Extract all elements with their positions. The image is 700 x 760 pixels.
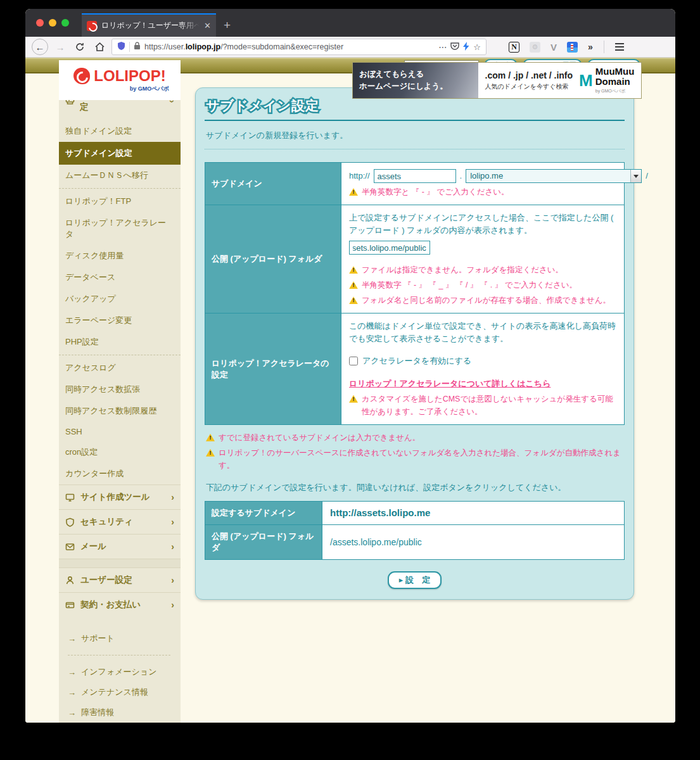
- page-actions-icon[interactable]: ⋯: [438, 42, 447, 52]
- subdomain-form-table: サブドメイン http:// . lolipo.me: [205, 162, 625, 425]
- warning-triangle-icon: [349, 296, 358, 304]
- accelerator-checkbox[interactable]: [349, 357, 358, 365]
- url-bar[interactable]: https://user.lolipop.jp/?mode=subdomain&…: [111, 39, 487, 55]
- navigation-toolbar: ← → https://user.lolipop.jp/?mode=subdom…: [25, 37, 675, 58]
- chevron-right-icon: ›: [171, 600, 174, 610]
- pocket-icon[interactable]: [450, 42, 459, 52]
- sidebar-item-error-page[interactable]: エラーページ変更: [59, 310, 181, 331]
- sidebar-section-billing[interactable]: 契約・お支払い ›: [59, 592, 181, 617]
- summary-subdomain-label: 設定するサブドメイン: [205, 502, 322, 524]
- folder-input[interactable]: [349, 241, 430, 255]
- v-extension-icon[interactable]: V: [550, 42, 557, 53]
- lolipop-logo[interactable]: LOLIPOP! by GMOペパボ: [59, 60, 181, 100]
- submit-button[interactable]: ▸ 設 定: [388, 571, 442, 589]
- sidebar-link-maintenance[interactable]: → メンテナンス情報: [68, 682, 174, 702]
- folder-warning-1: ファイルは指定できません。フォルダを指定ください。: [349, 263, 616, 276]
- sidebar-link-incidents[interactable]: → 障害情報: [68, 702, 174, 723]
- lock-icon: [134, 41, 141, 53]
- summary-subdomain-value: http://assets.lolipo.me: [322, 502, 624, 524]
- back-icon[interactable]: ←: [32, 39, 48, 55]
- minimize-window-button[interactable]: [49, 19, 56, 27]
- accelerator-row-label: ロリポップ！アクセラレータの設定: [205, 314, 341, 424]
- forward-icon[interactable]: →: [53, 39, 68, 54]
- sidebar-item-accelerator[interactable]: ロリポップ！アクセラレータ: [59, 212, 181, 245]
- extension-icons: N ⚙ V »: [509, 42, 593, 53]
- sidebar-item-own-domain[interactable]: 独自ドメイン設定: [59, 120, 181, 142]
- overflow-chevrons-icon[interactable]: »: [588, 42, 593, 52]
- chevron-right-icon: ›: [171, 517, 174, 527]
- dropdown-arrow-icon: [630, 170, 641, 182]
- muumuu-domain-banner[interactable]: おぼえてもらえる ホームページにしよう。 .com / .jp / .net /…: [352, 62, 642, 99]
- main-content: サブドメイン設定 サブドメインの新規登録を行います。 サブドメイン http:/…: [181, 73, 675, 723]
- lightning-icon[interactable]: [463, 42, 469, 53]
- sidebar-item-cron[interactable]: cron設定: [59, 441, 181, 463]
- sidebar-item-access-log[interactable]: アクセスログ: [59, 357, 181, 379]
- sidebar-link-information[interactable]: → インフォメーション: [68, 662, 174, 682]
- accelerator-details-link[interactable]: ロリポップ！アクセラレータについて詳しくはこちら: [349, 379, 550, 388]
- site-header: LOLIPOP! by GMOペパボ おぼえてもらえる ホームページにしよう。 …: [25, 58, 675, 59]
- menu-icon[interactable]: [613, 41, 627, 53]
- sidebar-link-support[interactable]: → サポート: [68, 628, 174, 649]
- close-window-button[interactable]: [36, 19, 44, 27]
- http-prefix: http://: [349, 170, 370, 182]
- warning-triangle-icon: [206, 434, 215, 441]
- sidebar-section-mail[interactable]: メール ›: [59, 534, 181, 559]
- sidebar-item-disk-usage[interactable]: ディスク使用量: [59, 245, 181, 267]
- sidebar-item-muumuu-dns[interactable]: ムームーＤＮＳへ移行: [59, 165, 181, 186]
- sidebar-item-counter[interactable]: カウンター作成: [59, 463, 181, 484]
- tracking-protection-shield-icon[interactable]: [117, 41, 125, 53]
- lighthouse-extension-icon[interactable]: [567, 42, 578, 53]
- sidebar-section-security[interactable]: セキュリティ ›: [59, 509, 181, 534]
- monitor-icon: [65, 493, 75, 502]
- sidebar-item-backup[interactable]: バックアップ: [59, 288, 181, 310]
- sidebar-section-user-settings[interactable]: ユーザー設定 ›: [59, 567, 181, 592]
- subdomain-input[interactable]: [374, 169, 456, 183]
- user-icon: [65, 576, 75, 585]
- folder-warning-3: フォルダ名と同じ名前のファイルが存在する場合、作成できません。: [349, 294, 616, 307]
- sidebar-item-database[interactable]: データベース: [59, 267, 181, 288]
- sidebar-item-concurrent-expand[interactable]: 同時アクセス数拡張: [59, 379, 181, 400]
- tab-close-icon[interactable]: ✕: [204, 21, 211, 30]
- arrow-right-icon: →: [68, 708, 76, 718]
- atom-extension-icon[interactable]: ⚙: [530, 42, 540, 53]
- chevron-right-icon: ›: [171, 492, 174, 502]
- new-tab-button[interactable]: +: [216, 9, 238, 37]
- note-2: ロリポップ！のサーバースペースに作成されていないフォルダ名を入力された場合、フォ…: [206, 446, 623, 472]
- sidebar-item-php[interactable]: PHP設定: [59, 331, 181, 353]
- sidebar-divider: [59, 188, 181, 189]
- link-label: サポート: [81, 633, 115, 644]
- sidebar-gap: [59, 559, 181, 567]
- accelerator-checkbox-label: アクセラレータを有効にする: [362, 355, 471, 367]
- zoom-window-button[interactable]: [61, 19, 69, 27]
- sidebar-section-site-tools[interactable]: サイト作成ツール ›: [59, 484, 181, 509]
- arrow-right-icon: →: [68, 634, 76, 643]
- browser-tab[interactable]: ロリポップ！ユーザー専用ページ ✕: [82, 13, 216, 37]
- muumuu-brand-2: Domain: [595, 77, 635, 87]
- accelerator-checkbox-row: アクセラレータを有効にする: [349, 355, 616, 367]
- arrow-right-icon: →: [68, 668, 76, 677]
- sidebar-divider: [68, 655, 170, 656]
- notion-extension-icon[interactable]: N: [509, 42, 519, 53]
- sidebar-item-ftp[interactable]: ロリポップ！FTP: [59, 191, 181, 212]
- dot-separator: .: [460, 170, 462, 182]
- home-icon[interactable]: [92, 39, 107, 54]
- tab-title: ロリポップ！ユーザー専用ページ: [101, 20, 200, 31]
- logo-text: LOLIPOP!: [94, 67, 165, 85]
- intro-text: サブドメインの新規登録を行います。: [205, 129, 625, 149]
- section-label: サイト作成ツール: [80, 491, 150, 503]
- summary-table: 設定するサブドメイン http://assets.lolipo.me 公開 (ア…: [205, 501, 625, 560]
- sidebar-item-ssh[interactable]: SSH: [59, 422, 181, 441]
- bookmark-star-icon[interactable]: ☆: [473, 42, 481, 52]
- toolbar-separator: [604, 41, 604, 53]
- muumuu-brand-1: MuuMuu: [595, 66, 635, 77]
- sidebar-item-subdomain[interactable]: サブドメイン設定: [59, 142, 181, 165]
- browser-window: ロリポップ！ユーザー専用ページ ✕ + ← → https://user.lol…: [25, 9, 675, 723]
- sidebar-links: → サポート → インフォメーション → メンテナンス情報 → 障害情報: [59, 617, 181, 723]
- banner-right: .com / .jp / .net / .info 人気のドメインを今すぐ検索 …: [478, 63, 641, 98]
- sidebar-item-concurrent-history[interactable]: 同時アクセス数制限履歴: [59, 400, 181, 422]
- reload-icon[interactable]: [72, 39, 87, 54]
- warning-triangle-icon: [349, 395, 358, 403]
- link-label: メンテナンス情報: [81, 687, 148, 698]
- url-text: https://user.lolipop.jp/?mode=subdomain&…: [144, 42, 435, 51]
- domain-select[interactable]: lolipo.me: [466, 169, 642, 183]
